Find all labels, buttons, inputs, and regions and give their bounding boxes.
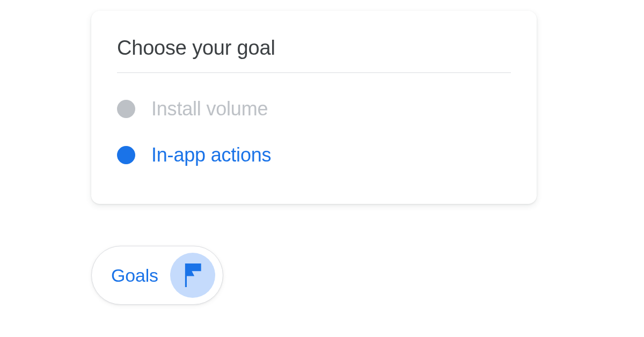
radio-icon xyxy=(117,146,135,164)
option-label: Install volume xyxy=(151,98,268,120)
goals-chip-label: Goals xyxy=(111,265,158,286)
card-title: Choose your goal xyxy=(117,36,511,73)
goal-options: Install volume In-app actions xyxy=(117,73,511,171)
radio-icon xyxy=(117,100,135,118)
option-label: In-app actions xyxy=(151,144,271,166)
flag-icon xyxy=(170,253,215,298)
goals-chip[interactable]: Goals xyxy=(91,246,223,305)
goal-card: Choose your goal Install volume In-app a… xyxy=(91,11,537,204)
goal-option-install-volume[interactable]: Install volume xyxy=(117,93,511,124)
goal-option-in-app-actions[interactable]: In-app actions xyxy=(117,140,511,171)
